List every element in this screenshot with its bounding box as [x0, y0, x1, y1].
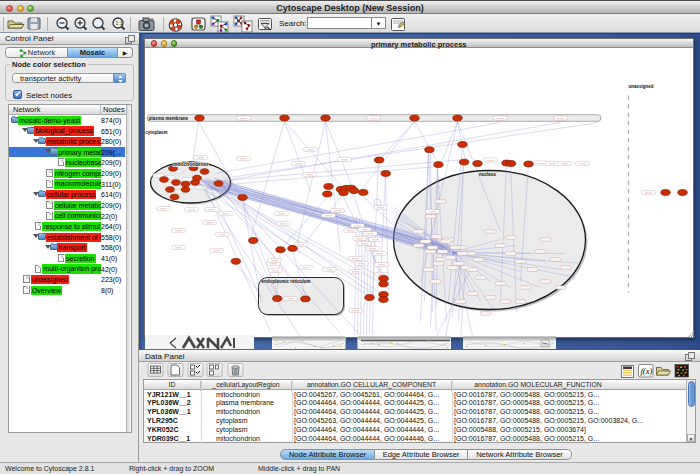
svg-text:f(x): f(x)	[641, 366, 653, 376]
svg-text:1:1: 1:1	[116, 20, 123, 26]
